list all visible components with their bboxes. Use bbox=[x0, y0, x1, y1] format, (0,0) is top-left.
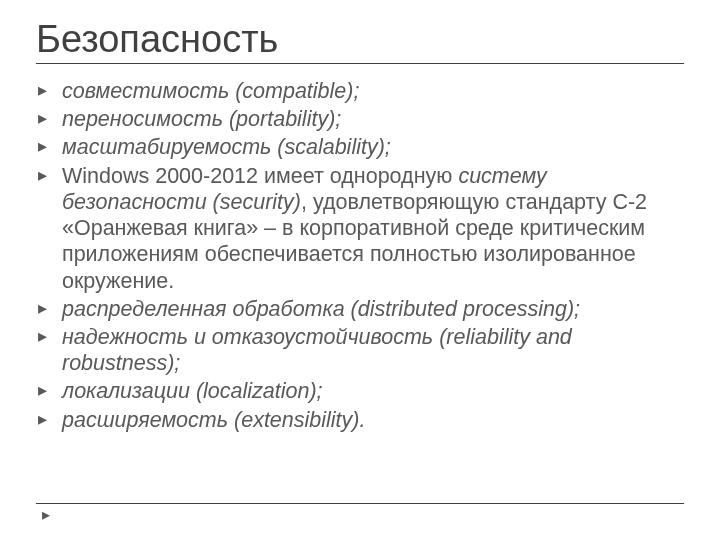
list-item-text: масштабируемость (scalability); bbox=[62, 135, 391, 159]
list-item-text: Windows 2000-2012 имеет однородную систе… bbox=[62, 164, 647, 293]
footer-arrow-icon: ▸ bbox=[42, 505, 50, 524]
list-item-text: расширяемость (extensibility). bbox=[62, 408, 365, 432]
bullet-list: совместимость (compatible); переносимост… bbox=[36, 78, 684, 433]
slide-content: совместимость (compatible); переносимост… bbox=[36, 78, 684, 433]
list-item: Windows 2000-2012 имеет однородную систе… bbox=[36, 163, 684, 294]
list-item-text: совместимость (compatible); bbox=[62, 79, 359, 103]
list-item: распределенная обработка (distributed pr… bbox=[36, 296, 684, 322]
list-item-text: переносимость (portability); bbox=[62, 107, 341, 131]
list-item: переносимость (portability); bbox=[36, 106, 684, 132]
slide-title: Безопасность bbox=[36, 18, 684, 64]
list-item: надежность и отказоустойчивость (reliabi… bbox=[36, 324, 684, 376]
footer-rule bbox=[36, 503, 684, 504]
list-item-text: распределенная обработка (distributed pr… bbox=[62, 297, 580, 321]
list-item-text: локализации (localization); bbox=[62, 379, 323, 403]
list-item: локализации (localization); bbox=[36, 378, 684, 404]
list-item: масштабируемость (scalability); bbox=[36, 134, 684, 160]
list-item-text: надежность и отказоустойчивость (reliabi… bbox=[62, 325, 572, 375]
slide: Безопасность совместимость (compatible);… bbox=[0, 0, 720, 540]
list-item: расширяемость (extensibility). bbox=[36, 407, 684, 433]
list-item: совместимость (compatible); bbox=[36, 78, 684, 104]
